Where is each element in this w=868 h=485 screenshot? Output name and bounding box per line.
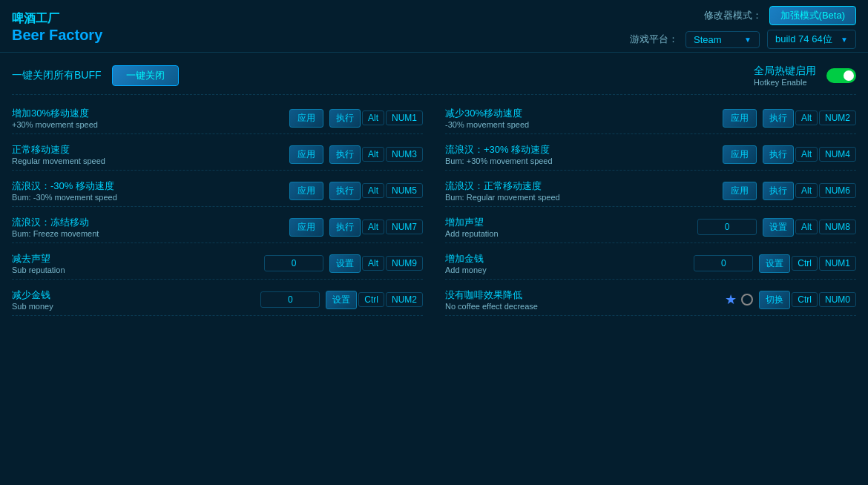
platform-label: 游戏平台： bbox=[630, 33, 678, 46]
set-button[interactable]: 设置 bbox=[759, 254, 790, 273]
number-input[interactable] bbox=[697, 219, 757, 235]
top-bar: 一键关闭所有BUFF 一键关闭 全局热键启用 Hotkey Enable bbox=[12, 60, 856, 95]
set-button[interactable]: 设置 bbox=[326, 291, 357, 309]
header-row-mode: 修改器模式： 加强模式(Beta) bbox=[704, 6, 856, 25]
radio-inactive-icon[interactable] bbox=[741, 294, 753, 306]
cheat-name-cn: 增加30%移动速度 bbox=[12, 107, 283, 120]
cheat-row-left-2: 流浪汉：-30% 移动速度Bum: -30% movement speed应用执… bbox=[12, 175, 423, 207]
cheat-name-cn: 增加声望 bbox=[445, 216, 691, 229]
header-row-platform: 游戏平台： Steam ▼ build 74 64位 ▼ bbox=[630, 30, 856, 49]
cheat-name-cn: 没有咖啡效果降低 bbox=[445, 288, 719, 302]
number-input[interactable] bbox=[694, 255, 753, 271]
cheat-info: 增加声望Add reputation bbox=[445, 216, 691, 238]
number-input[interactable] bbox=[264, 255, 323, 271]
key-badge: Alt bbox=[795, 220, 818, 234]
hotkey-section: 全局热键启用 Hotkey Enable bbox=[754, 65, 856, 87]
key-group: 设置AltNUM8 bbox=[763, 218, 856, 237]
key-badge: Alt bbox=[362, 256, 384, 271]
apply-button[interactable]: 应用 bbox=[289, 182, 323, 200]
exec-button[interactable]: 执行 bbox=[329, 145, 361, 164]
apply-button[interactable]: 应用 bbox=[723, 182, 757, 200]
cheat-grid: 增加30%移动速度+30% movement speed应用执行AltNUM1减… bbox=[12, 102, 856, 316]
switch-button[interactable]: 切换 bbox=[759, 291, 790, 309]
cheat-info: 减去声望Sub reputation bbox=[12, 252, 258, 274]
cheat-name-en: Add money bbox=[445, 265, 688, 274]
cheat-info: 流浪汉：正常移动速度Bum: Regular movement speed bbox=[445, 179, 717, 202]
build-chevron-icon: ▼ bbox=[841, 36, 848, 44]
exec-button[interactable]: 执行 bbox=[763, 145, 794, 164]
cheat-info: 没有咖啡效果降低No coffee effect decrease bbox=[445, 288, 719, 311]
platform-select[interactable]: Steam ▼ bbox=[685, 31, 760, 48]
exec-button[interactable]: 执行 bbox=[763, 182, 794, 200]
cheat-name-en: Regular movement speed bbox=[12, 156, 283, 165]
key-badge: NUM7 bbox=[386, 220, 423, 234]
key-badge: NUM9 bbox=[386, 256, 423, 271]
key-badge: NUM8 bbox=[819, 220, 856, 234]
key-badge: NUM6 bbox=[819, 183, 856, 198]
build-select[interactable]: build 74 64位 ▼ bbox=[767, 30, 856, 49]
key-group: 切换CtrlNUM0 bbox=[759, 291, 856, 309]
key-badge: Alt bbox=[795, 183, 818, 198]
exec-button[interactable]: 执行 bbox=[329, 109, 361, 128]
key-group: 设置AltNUM9 bbox=[329, 254, 423, 273]
cheat-row-right-3: 增加声望Add reputation设置AltNUM8 bbox=[445, 211, 856, 243]
apply-button[interactable]: 应用 bbox=[723, 145, 757, 164]
exec-button[interactable]: 执行 bbox=[763, 109, 794, 128]
number-input[interactable] bbox=[260, 291, 320, 308]
key-badge: NUM1 bbox=[386, 110, 423, 125]
cheat-name-cn: 流浪汉：冻结移动 bbox=[12, 216, 283, 229]
key-badge: NUM2 bbox=[386, 292, 423, 307]
cheat-name-cn: 流浪汉：+30% 移动速度 bbox=[445, 143, 717, 156]
apply-button[interactable]: 应用 bbox=[289, 109, 323, 128]
key-badge: Alt bbox=[795, 147, 818, 162]
cheat-row-left-1: 正常移动速度Regular movement speed应用执行AltNUM3 bbox=[12, 139, 423, 171]
set-button[interactable]: 设置 bbox=[329, 254, 361, 273]
cheat-name-en: Bum: -30% movement speed bbox=[12, 193, 283, 202]
cheat-info: 正常移动速度Regular movement speed bbox=[12, 143, 283, 165]
cheat-row-right-4: 增加金钱Add money设置CtrlNUM1 bbox=[445, 248, 856, 280]
header: 啤酒工厂 Beer Factory 修改器模式： 加强模式(Beta) 游戏平台… bbox=[0, 0, 868, 53]
key-badge: NUM1 bbox=[819, 256, 856, 271]
close-all-label: 一键关闭所有BUFF bbox=[12, 69, 102, 82]
cheat-row-right-2: 流浪汉：正常移动速度Bum: Regular movement speed应用执… bbox=[445, 175, 856, 207]
apply-button[interactable]: 应用 bbox=[723, 109, 757, 128]
cheat-info: 流浪汉：冻结移动Bum: Freeze movement bbox=[12, 216, 283, 238]
cheat-name-cn: 增加金钱 bbox=[445, 252, 688, 265]
cheat-row-left-3: 流浪汉：冻结移动Bum: Freeze movement应用执行AltNUM7 bbox=[12, 211, 423, 243]
hotkey-toggle[interactable] bbox=[826, 68, 856, 83]
apply-button[interactable]: 应用 bbox=[289, 145, 323, 164]
exec-button[interactable]: 执行 bbox=[329, 218, 361, 237]
radio-group: ★ bbox=[725, 291, 753, 308]
app-title-cn: 啤酒工厂 bbox=[12, 11, 102, 27]
hotkey-label-block: 全局热键启用 Hotkey Enable bbox=[754, 65, 816, 87]
header-right: 修改器模式： 加强模式(Beta) 游戏平台： Steam ▼ build 74… bbox=[630, 6, 856, 49]
key-badge: Alt bbox=[362, 110, 384, 125]
key-badge: NUM5 bbox=[386, 183, 423, 198]
mode-button[interactable]: 加强模式(Beta) bbox=[769, 6, 856, 25]
radio-active-icon[interactable]: ★ bbox=[725, 291, 737, 308]
cheat-info: 增加30%移动速度+30% movement speed bbox=[12, 107, 283, 129]
cheat-info: 减少30%移动速度-30% movement speed bbox=[445, 107, 717, 129]
key-group: 执行AltNUM1 bbox=[329, 109, 423, 128]
cheat-row-left-0: 增加30%移动速度+30% movement speed应用执行AltNUM1 bbox=[12, 102, 423, 134]
cheat-name-en: Add reputation bbox=[445, 229, 691, 238]
key-group: 执行AltNUM2 bbox=[763, 109, 856, 128]
exec-button[interactable]: 执行 bbox=[329, 182, 361, 200]
cheat-name-en: Sub reputation bbox=[12, 265, 258, 274]
cheat-row-right-5: 没有咖啡效果降低No coffee effect decrease★切换Ctrl… bbox=[445, 284, 856, 316]
key-badge: NUM3 bbox=[386, 147, 423, 162]
main-content: 一键关闭所有BUFF 一键关闭 全局热键启用 Hotkey Enable 增加3… bbox=[0, 53, 868, 323]
cheat-row-left-5: 减少金钱Sub money设置CtrlNUM2 bbox=[12, 284, 423, 316]
build-value: build 74 64位 bbox=[775, 33, 832, 46]
close-all-button[interactable]: 一键关闭 bbox=[112, 65, 179, 86]
key-badge: Ctrl bbox=[792, 292, 818, 307]
hotkey-label-en: Hotkey Enable bbox=[754, 78, 816, 87]
cheat-info: 减少金钱Sub money bbox=[12, 288, 254, 311]
apply-button[interactable]: 应用 bbox=[289, 218, 323, 237]
cheat-name-en: Bum: Regular movement speed bbox=[445, 193, 717, 202]
key-group: 设置CtrlNUM2 bbox=[326, 291, 423, 309]
cheat-info: 增加金钱Add money bbox=[445, 252, 688, 274]
platform-value: Steam bbox=[694, 34, 722, 45]
cheat-name-cn: 流浪汉：-30% 移动速度 bbox=[12, 179, 283, 193]
set-button[interactable]: 设置 bbox=[763, 218, 794, 237]
